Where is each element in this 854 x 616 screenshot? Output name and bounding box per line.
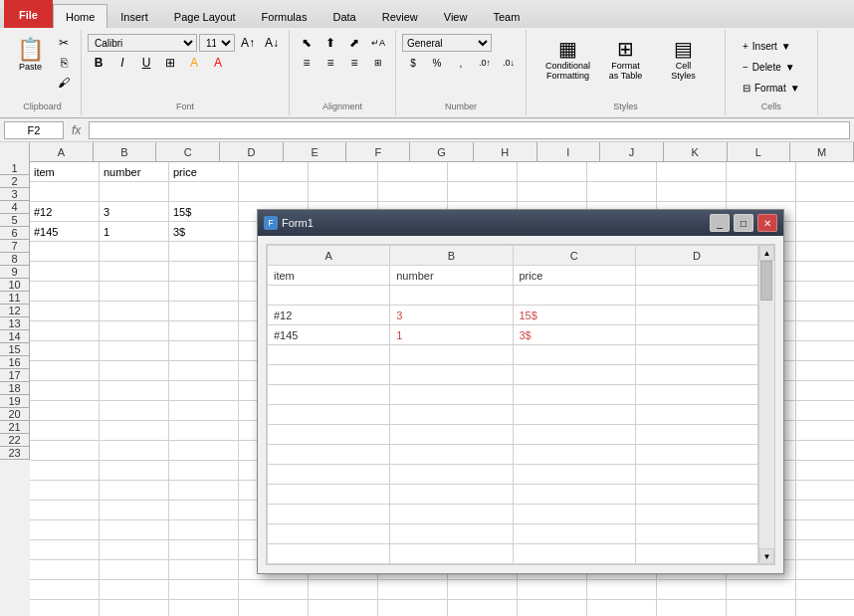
tab-review[interactable]: Review [369, 4, 431, 28]
scrollbar-thumb[interactable] [760, 261, 772, 301]
cell-empty[interactable] [30, 461, 100, 481]
cell-e2[interactable] [309, 182, 378, 202]
cell-empty[interactable] [169, 600, 239, 616]
row-12[interactable]: 12 [0, 305, 30, 317]
cut-button[interactable]: ✂ [53, 34, 75, 52]
cell-empty[interactable] [169, 302, 239, 321]
cell-empty[interactable] [100, 520, 169, 540]
inner-col-b[interactable]: B [390, 246, 513, 266]
align-center-button[interactable]: ≡ [320, 54, 341, 72]
col-header-g[interactable]: G [410, 142, 474, 162]
cell-empty[interactable] [100, 361, 169, 381]
cell-empty[interactable] [169, 242, 239, 262]
row-6[interactable]: 6 [0, 227, 30, 240]
inner-cell-b2[interactable] [390, 286, 513, 306]
row-11[interactable]: 11 [0, 292, 30, 305]
cell-empty[interactable] [30, 421, 100, 441]
cell-i1[interactable] [587, 162, 657, 182]
inner-cell-d6[interactable] [635, 365, 757, 385]
row-20[interactable]: 20 [0, 408, 30, 421]
cell-empty[interactable] [378, 600, 448, 616]
cell-empty[interactable] [309, 580, 378, 600]
cell-empty[interactable] [169, 361, 239, 381]
row-16[interactable]: 16 [0, 356, 30, 369]
inner-cell-c11[interactable] [513, 465, 635, 485]
align-top-center-button[interactable]: ⬆ [320, 34, 341, 52]
format-painter-button[interactable]: 🖌 [53, 74, 75, 92]
inner-cell-d10[interactable] [635, 445, 757, 465]
row-13[interactable]: 13 [0, 317, 30, 330]
inner-cell-a12[interactable] [268, 485, 390, 505]
cell-empty[interactable] [169, 321, 239, 341]
col-header-m[interactable]: M [790, 142, 854, 162]
inner-cell-c7[interactable] [513, 385, 635, 405]
cell-d1[interactable] [239, 162, 309, 182]
inner-cell-d12[interactable] [635, 485, 757, 505]
align-left-button[interactable]: ≡ [296, 54, 318, 72]
cell-empty[interactable] [30, 242, 100, 262]
paste-button[interactable]: 📋 Paste [10, 34, 51, 77]
inner-cell-b15[interactable] [390, 544, 513, 564]
cell-a3[interactable]: #12 [30, 202, 100, 222]
tab-home[interactable]: Home [53, 4, 107, 28]
inner-cell-d11[interactable] [635, 465, 757, 485]
cell-empty[interactable] [518, 580, 587, 600]
col-header-b[interactable]: B [94, 142, 157, 162]
formula-input[interactable] [89, 121, 850, 139]
fx-button[interactable]: fx [68, 123, 85, 137]
cell-c4[interactable]: 3$ [169, 222, 239, 242]
cell-empty[interactable] [100, 242, 169, 262]
border-button[interactable]: ⊞ [159, 54, 181, 72]
cell-empty[interactable] [30, 341, 100, 361]
cell-j1[interactable] [657, 162, 727, 182]
inner-cell-a5[interactable] [268, 345, 390, 365]
cell-styles-button[interactable]: ▤ CellStyles [658, 34, 710, 84]
cell-empty[interactable] [30, 481, 100, 501]
cell-empty[interactable] [100, 421, 169, 441]
cell-empty[interactable] [309, 600, 378, 616]
bold-button[interactable]: B [88, 54, 109, 72]
cell-h1[interactable] [518, 162, 587, 182]
cell-empty[interactable] [100, 600, 169, 616]
cell-empty[interactable] [796, 520, 854, 540]
cell-empty[interactable] [30, 560, 100, 580]
col-header-k[interactable]: K [664, 142, 728, 162]
italic-button[interactable]: I [111, 54, 133, 72]
row-14[interactable]: 14 [0, 330, 30, 343]
inner-cell-c6[interactable] [513, 365, 635, 385]
cell-empty[interactable] [30, 282, 100, 302]
cell-empty[interactable] [169, 401, 239, 421]
cell-empty[interactable] [796, 560, 854, 580]
inner-cell-c12[interactable] [513, 485, 635, 505]
inner-cell-b13[interactable] [390, 505, 513, 524]
conditional-formatting-button[interactable]: ▦ ConditionalFormatting [542, 34, 594, 84]
cell-empty[interactable] [169, 461, 239, 481]
delete-button[interactable]: − Delete ▼ [738, 57, 805, 77]
cell-empty[interactable] [169, 481, 239, 501]
cell-l2[interactable] [796, 182, 854, 202]
col-header-f[interactable]: F [346, 142, 410, 162]
inner-cell-d13[interactable] [635, 505, 757, 524]
row-2[interactable]: 2 [0, 175, 30, 188]
col-header-l[interactable]: L [728, 142, 791, 162]
cell-empty[interactable] [30, 401, 100, 421]
cell-empty[interactable] [169, 381, 239, 401]
inner-cell-c3[interactable]: 15$ [513, 306, 635, 325]
percent-button[interactable]: % [426, 54, 448, 72]
cell-empty[interactable] [657, 580, 727, 600]
cell-empty[interactable] [169, 421, 239, 441]
inner-col-d[interactable]: D [635, 246, 757, 266]
cell-empty[interactable] [587, 580, 657, 600]
row-5[interactable]: 5 [0, 214, 30, 227]
cell-j2[interactable] [657, 182, 727, 202]
cell-empty[interactable] [100, 341, 169, 361]
inner-cell-b5[interactable] [390, 345, 513, 365]
cell-empty[interactable] [100, 540, 169, 560]
inner-cell-b9[interactable] [390, 425, 513, 445]
inner-cell-b8[interactable] [390, 405, 513, 425]
inner-cell-d7[interactable] [635, 385, 757, 405]
cell-empty[interactable] [100, 461, 169, 481]
underline-button[interactable]: U [135, 54, 157, 72]
cell-empty[interactable] [587, 600, 657, 616]
cell-empty[interactable] [796, 381, 854, 401]
